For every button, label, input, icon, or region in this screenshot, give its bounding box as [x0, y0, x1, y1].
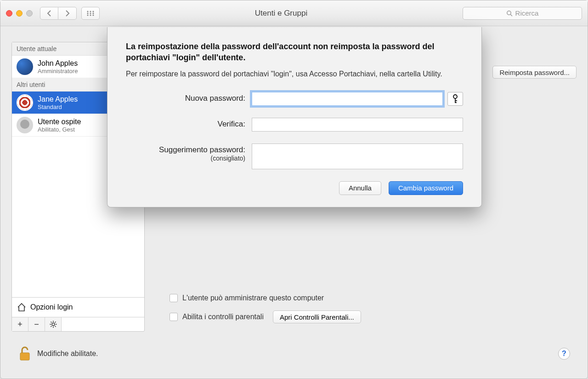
- admin-checkbox[interactable]: [170, 294, 178, 302]
- sheet-heading: La reimpostazione della password dell'ac…: [126, 41, 463, 63]
- admin-checkbox-row: L'utente può amministrare questo compute…: [170, 294, 568, 302]
- parental-checkbox[interactable]: [170, 313, 178, 321]
- user-name: John Apples: [38, 59, 78, 68]
- svg-line-10: [510, 14, 512, 16]
- sheet-actions: Annulla Cambia password: [126, 181, 463, 195]
- settings-button[interactable]: [45, 317, 62, 331]
- svg-point-4: [90, 12, 91, 14]
- svg-point-1: [90, 11, 91, 12]
- reset-password-button[interactable]: Reimposta password...: [492, 66, 577, 79]
- password-assistant-button[interactable]: [447, 92, 463, 106]
- house-icon: [17, 302, 27, 312]
- change-password-button[interactable]: Cambia password: [389, 181, 463, 195]
- svg-point-8: [92, 14, 94, 16]
- key-icon: [452, 94, 458, 103]
- remove-user-button[interactable]: −: [28, 317, 45, 331]
- hint-row: Suggerimento password: (consigliato): [126, 144, 463, 169]
- svg-point-9: [507, 11, 510, 14]
- lock-status-text: Modifiche abilitate.: [37, 350, 98, 358]
- preferences-window: Utenti e Gruppi Ricerca Utente attuale J…: [0, 0, 588, 379]
- hint-label: Suggerimento password: (consigliato): [126, 144, 245, 162]
- cancel-button[interactable]: Annulla: [339, 181, 381, 195]
- svg-point-5: [92, 12, 94, 14]
- gear-icon: [50, 321, 57, 328]
- footer: Modifiche abilitate. ?: [11, 343, 577, 369]
- svg-point-0: [87, 11, 88, 12]
- svg-line-16: [51, 322, 51, 323]
- close-icon[interactable]: [6, 10, 12, 17]
- svg-point-7: [90, 14, 91, 16]
- nav-back-forward: [40, 7, 77, 20]
- show-all-button[interactable]: [81, 7, 100, 20]
- user-role: Standard: [38, 103, 78, 110]
- user-name: Jane Apples: [38, 95, 78, 103]
- help-button[interactable]: ?: [558, 348, 570, 360]
- open-parental-button[interactable]: Apri Controlli Parentali...: [273, 310, 361, 323]
- svg-rect-20: [20, 353, 29, 360]
- svg-line-19: [51, 326, 51, 327]
- parental-checkbox-row: Abilita i controlli parentali Apri Contr…: [170, 310, 568, 323]
- new-password-input[interactable]: [252, 92, 443, 106]
- reset-password-sheet: La reimpostazione della password dell'ac…: [107, 27, 482, 207]
- verify-label: Verifica:: [126, 118, 245, 129]
- user-name: Utente ospite: [38, 118, 81, 126]
- svg-line-17: [55, 326, 56, 327]
- svg-point-6: [87, 14, 88, 16]
- svg-point-21: [453, 95, 457, 98]
- sidebar-toolbar: + −: [12, 317, 144, 331]
- hint-input[interactable]: [252, 144, 463, 169]
- login-options-label: Opzioni login: [30, 303, 73, 311]
- search-field[interactable]: Ricerca: [463, 7, 582, 20]
- user-role: Amministratore: [38, 68, 78, 75]
- password-form: Nuova password: Verifica:: [126, 92, 463, 169]
- svg-line-18: [55, 322, 56, 323]
- avatar-target-icon: [17, 94, 33, 111]
- hint-label-text: Suggerimento password:: [159, 145, 245, 154]
- hint-sub-label: (consigliato): [126, 155, 245, 162]
- verify-row: Verifica:: [126, 118, 463, 132]
- avatar-silhouette-icon: [17, 117, 33, 133]
- add-user-button[interactable]: +: [12, 317, 28, 331]
- zoom-icon: [26, 10, 33, 17]
- window-title: Utenti e Gruppi: [104, 9, 458, 18]
- back-button[interactable]: [40, 7, 58, 20]
- avatar-earth-icon: [17, 58, 33, 75]
- admin-checkbox-label: L'utente può amministrare questo compute…: [182, 294, 324, 302]
- lock-open-icon[interactable]: [18, 345, 32, 362]
- svg-point-3: [87, 12, 88, 14]
- titlebar: Utenti e Gruppi Ricerca: [0, 0, 588, 26]
- svg-point-11: [52, 323, 55, 326]
- new-password-row: Nuova password:: [126, 92, 463, 106]
- svg-point-2: [92, 11, 94, 12]
- search-icon: [506, 10, 513, 17]
- sheet-description: Per reimpostare la password del portachi…: [126, 69, 463, 79]
- new-password-label: Nuova password:: [126, 92, 245, 103]
- search-placeholder: Ricerca: [515, 9, 539, 17]
- forward-button[interactable]: [58, 7, 77, 20]
- window-controls: [6, 10, 33, 17]
- minimize-icon[interactable]: [16, 10, 23, 17]
- user-role: Abilitato, Gest: [38, 126, 81, 133]
- verify-input[interactable]: [252, 118, 463, 132]
- login-options[interactable]: Opzioni login: [12, 297, 144, 317]
- parental-checkbox-label: Abilita i controlli parentali: [182, 313, 264, 321]
